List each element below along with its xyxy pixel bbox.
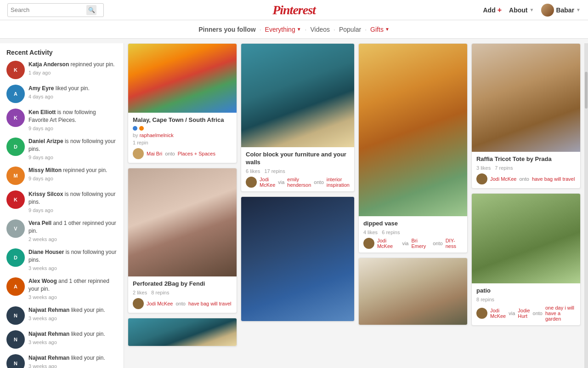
pin-attrib: Jodi McKee onto have bag will travel <box>476 173 576 184</box>
activity-item[interactable]: V Vera Pell and 1 other repinned your pi… <box>6 219 117 243</box>
subnav: Pinners you follow · Everything ▼ · Vide… <box>0 20 588 39</box>
attrib-via-user[interactable]: Jodie Hurt <box>518 308 530 319</box>
activity-item[interactable]: M Missy Milton repinned your pin. 9 days… <box>6 167 117 185</box>
pin-image <box>128 168 237 276</box>
activity-user[interactable]: Alex Woog <box>28 278 57 284</box>
pin-attrib: Jodi McKee onto have bag will travel <box>133 298 232 309</box>
pin-card[interactable] <box>358 258 468 325</box>
pin-card[interactable]: Malay, Cape Town / South Africa by rapha… <box>128 43 237 163</box>
logo[interactable]: Pinterest <box>272 3 316 17</box>
activity-user[interactable]: Ken Elliott <box>28 109 56 115</box>
pin-card[interactable]: patio 8 repins Jodi McKee via Jodie Hurt… <box>471 193 581 326</box>
attrib-avatar <box>476 308 487 319</box>
activity-user[interactable]: Diane Houser <box>28 249 64 255</box>
pin-col-1: Malay, Cape Town / South Africa by rapha… <box>128 43 237 368</box>
pin-meta: 8 repins <box>476 297 576 302</box>
pin-info: Malay, Cape Town / South Africa by rapha… <box>128 113 237 163</box>
pin-author[interactable]: raphaelmelnick <box>140 132 174 138</box>
activity-item[interactable]: K Krissy Silcox is now following your pi… <box>6 190 117 214</box>
pin-title: Raffia Tricot Tote by Prada <box>476 155 576 163</box>
activity-avatar: N <box>6 330 25 349</box>
activity-avatar: D <box>6 248 25 267</box>
attrib-action: onto <box>165 151 175 156</box>
activity-user[interactable]: Amy Eyre <box>28 85 54 92</box>
activity-item[interactable]: A Alex Woog and 1 other repinned your pi… <box>6 277 117 301</box>
attrib-via-user[interactable]: Bri Emery <box>411 238 430 249</box>
attrib-user[interactable]: Jodi McKee <box>147 301 173 306</box>
scrollbar[interactable] <box>584 43 588 368</box>
attrib-board[interactable]: one day i will have a garden <box>545 305 576 322</box>
subnav-everything[interactable]: Everything ▼ <box>265 26 301 33</box>
everything-dropdown-icon: ▼ <box>297 27 301 32</box>
attrib-action: onto <box>533 310 543 316</box>
activity-time: 9 days ago <box>28 207 117 214</box>
pin-area: Malay, Cape Town / South Africa by rapha… <box>124 43 584 368</box>
pin-card[interactable]: dipped vase 4 likes 6 repins Jodi McKee … <box>358 43 468 253</box>
attrib-via-user[interactable]: emily henderson <box>287 177 311 188</box>
header-right: Add + About ▼ Babar ▼ <box>483 4 581 17</box>
activity-item[interactable]: K Katja Anderson repinned your pin. 1 da… <box>6 61 117 79</box>
user-dropdown-icon: ▼ <box>576 7 581 12</box>
attrib-user[interactable]: Jodi McKee <box>490 308 506 319</box>
pin-card[interactable]: Perforated 2Bag by Fendi 2 likes 8 repin… <box>128 168 237 313</box>
activity-time: 9 days ago <box>28 125 117 132</box>
activity-item[interactable]: N Najwat Rehman liked your pin. 3 weeks … <box>6 354 117 368</box>
search-box[interactable]: 🔍 <box>7 3 104 17</box>
search-button[interactable]: 🔍 <box>86 5 96 15</box>
attrib-via: via <box>402 241 408 246</box>
attrib-board[interactable]: have bag will travel <box>532 176 575 182</box>
pin-info: dipped vase 4 likes 6 repins Jodi McKee … <box>359 216 467 253</box>
about-button[interactable]: About ▼ <box>509 6 534 14</box>
user-name: Babar <box>556 6 574 14</box>
pin-card[interactable] <box>241 196 355 322</box>
scrollbar-thumb[interactable] <box>585 72 588 109</box>
attrib-user[interactable]: Jodi McKee <box>490 176 516 182</box>
activity-item[interactable]: D Diane Houser is now following your pin… <box>6 248 117 272</box>
pin-card[interactable]: Raffia Tricot Tote by Prada 3 likes 7 re… <box>471 43 581 189</box>
activity-item[interactable]: K Ken Elliott is now following Favorite … <box>6 109 117 132</box>
attrib-user[interactable]: Jodi McKee <box>377 238 400 249</box>
pin-info: Raffia Tricot Tote by Prada 3 likes 7 re… <box>472 152 580 188</box>
activity-user[interactable]: Katja Anderson <box>28 61 69 68</box>
search-input[interactable] <box>11 6 86 13</box>
activity-user[interactable]: Najwat Rehman <box>28 307 69 313</box>
activity-time: 3 weeks ago <box>28 294 117 301</box>
activity-user[interactable]: Krissy Silcox <box>28 191 63 197</box>
activity-item[interactable]: D Daniel Arizpe is now following your pi… <box>6 138 117 161</box>
activity-user[interactable]: Najwat Rehman <box>28 355 69 361</box>
activity-item[interactable]: N Najwat Rehman liked your pin. 3 weeks … <box>6 306 117 325</box>
activity-user[interactable]: Daniel Arizpe <box>28 138 63 144</box>
pin-title: Malay, Cape Town / South Africa <box>133 116 232 124</box>
activity-time: 9 days ago <box>28 175 107 182</box>
subnav-gifts[interactable]: Gifts ▼ <box>370 26 390 33</box>
subnav-dot-3: · <box>334 26 335 33</box>
attrib-user[interactable]: Jodi McKee <box>260 177 275 188</box>
pin-card[interactable]: Color block your furniture and your wall… <box>241 43 355 192</box>
attrib-board[interactable]: interior inspiration <box>327 177 350 188</box>
pin-title: Color block your furniture and your wall… <box>246 151 350 167</box>
activity-item[interactable]: A Amy Eyre liked your pin. 4 days ago <box>6 85 117 103</box>
pin-info: patio 8 repins Jodi McKee via Jodie Hurt… <box>472 283 580 325</box>
attrib-board[interactable]: have bag will travel <box>188 301 232 306</box>
attrib-user[interactable]: Mai Bri <box>147 151 162 156</box>
attrib-via: via <box>509 310 515 316</box>
activity-user[interactable]: Vera Pell <box>28 220 51 226</box>
activity-avatar: A <box>6 85 25 103</box>
pin-title: patio <box>476 287 576 295</box>
activity-user[interactable]: Missy Milton <box>28 167 62 173</box>
subnav-dot-4: · <box>365 26 367 33</box>
attrib-board[interactable]: Places + Spaces <box>178 151 215 156</box>
activity-avatar: M <box>6 167 25 185</box>
user-menu[interactable]: Babar ▼ <box>541 4 581 17</box>
activity-time: 1 day ago <box>28 69 115 76</box>
subnav-popular[interactable]: Popular <box>339 26 361 33</box>
pin-card[interactable] <box>128 318 237 346</box>
attrib-board[interactable]: DIY-ness <box>446 238 463 249</box>
plus-icon: + <box>498 6 502 14</box>
attrib-via: via <box>278 179 284 185</box>
activity-user[interactable]: Najwat Rehman <box>28 331 69 337</box>
subnav-videos[interactable]: Videos <box>311 26 330 33</box>
avatar <box>541 4 554 17</box>
activity-item[interactable]: N Najwat Rehman liked your pin. 3 weeks … <box>6 330 117 349</box>
add-button[interactable]: Add + <box>483 6 502 14</box>
